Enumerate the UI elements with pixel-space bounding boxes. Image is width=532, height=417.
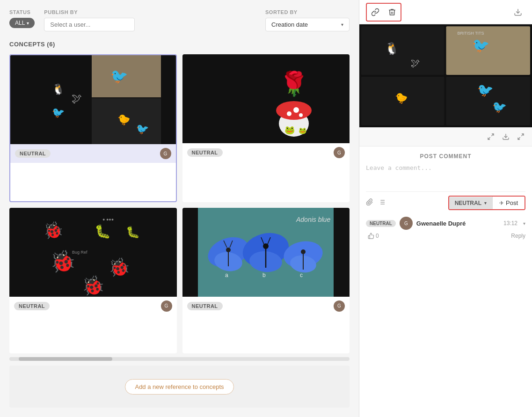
reply-button[interactable]: Reply — [511, 233, 525, 239]
svg-line-62 — [491, 134, 494, 136]
link-icon — [371, 8, 379, 16]
left-panel: STATUS ALL ▾ PUBLISH BY SORTED BY Creati… — [0, 0, 359, 417]
status-all-button[interactable]: ALL ▾ — [9, 18, 35, 28]
concept-card-gnome[interactable]: 🌹 🐸 🐸 NEUTRAL G — [182, 54, 350, 202]
comment-icon-group — [366, 198, 386, 208]
preview-svg: 🐧 🕊 🐦 🐤 🐦 🐦 BRITISH TITS — [359, 24, 532, 127]
gnome-svg: 🌹 🐸 🐸 — [198, 54, 334, 143]
svg-text:🐧: 🐧 — [385, 41, 400, 56]
preview-fullscreen-button[interactable] — [514, 130, 527, 143]
svg-line-63 — [488, 137, 490, 139]
status-badge-gnome: NEUTRAL — [187, 148, 223, 157]
preview-download-button[interactable] — [499, 130, 512, 143]
concepts-section-title: CONCEPTS (6) — [9, 41, 350, 48]
download-button[interactable] — [510, 5, 525, 20]
svg-text:🐦: 🐦 — [51, 106, 65, 119]
user-avatar-gnome: G — [334, 147, 345, 158]
concept-card-ladybugs[interactable]: 🐞 🐛 🐛 🐞 🐞 🐞 ● ●●● Bug Ref NEUTRAL G — [9, 208, 177, 354]
preview-expand-button[interactable] — [484, 130, 497, 143]
neutral-dropdown[interactable]: NEUTRAL ▾ — [449, 197, 492, 209]
concept-card-birds[interactable]: 🐦 🐧 🐦 🕊 🐤 🐦 NEUTRAL G — [9, 54, 177, 202]
send-icon: ✈ — [499, 200, 504, 206]
comment-author: Gwenaelle Dupré — [416, 220, 500, 227]
post-button[interactable]: ✈ Post — [492, 197, 525, 209]
paperclip-icon — [366, 198, 373, 206]
scrollbar-thumb[interactable] — [19, 357, 112, 361]
neutral-label: NEUTRAL — [455, 200, 481, 206]
comment-textarea[interactable] — [366, 164, 525, 188]
post-label: Post — [506, 199, 518, 206]
svg-rect-51 — [361, 26, 445, 75]
thumbs-up-icon — [368, 233, 374, 239]
svg-line-65 — [521, 134, 524, 136]
right-panel: 🐧 🕊 🐦 🐤 🐦 🐦 BRITISH TITS — [359, 0, 532, 417]
sorted-by-control[interactable]: Creation date ▾ — [265, 18, 350, 31]
concept-card-image-gnome: 🌹 🐸 🐸 — [182, 54, 350, 143]
expand-icon — [487, 133, 495, 140]
comment-expand-icon[interactable]: ▾ — [523, 221, 525, 226]
status-filter-group: STATUS ALL ▾ — [9, 9, 35, 28]
card-footer-butterflies: NEUTRAL G — [182, 297, 350, 315]
link-button[interactable] — [368, 5, 383, 20]
comment-time: 13:12 — [503, 220, 517, 227]
svg-point-15 — [293, 107, 299, 113]
sorted-by-label: SORTED BY — [265, 9, 350, 15]
user-avatar-birds: G — [160, 148, 171, 159]
svg-point-14 — [287, 111, 292, 116]
svg-text:🐞: 🐞 — [43, 220, 64, 240]
svg-text:🐞: 🐞 — [108, 256, 130, 278]
svg-text:● ●●●: ● ●●● — [102, 217, 114, 222]
svg-text:Adonis blue: Adonis blue — [296, 216, 330, 223]
delete-button[interactable] — [385, 5, 400, 20]
status-badge-ladybugs: NEUTRAL — [14, 302, 50, 310]
ladybugs-svg: 🐞 🐛 🐛 🐞 🐞 🐞 ● ●●● Bug Ref — [25, 208, 161, 297]
status-control: ALL ▾ — [9, 18, 35, 28]
user-avatar-butterflies: G — [334, 300, 345, 312]
list-button[interactable] — [378, 198, 386, 208]
svg-text:🐛: 🐛 — [94, 224, 110, 239]
comment-actions: NEUTRAL ▾ ✈ Post — [366, 191, 525, 210]
post-comment-title: POST COMMENT — [366, 153, 525, 160]
concept-card-butterflies[interactable]: Adonis blue a — [182, 208, 350, 354]
birds-svg: 🐦 🐧 🐦 🕊 🐤 🐦 — [25, 55, 161, 144]
neutral-chevron-icon: ▾ — [484, 201, 487, 205]
svg-text:🐦: 🐦 — [110, 68, 128, 85]
add-reference-area: Add a new reference to concepts — [9, 366, 350, 408]
svg-line-66 — [518, 137, 520, 139]
comment-avatar: G — [400, 217, 413, 230]
status-label: STATUS — [9, 9, 35, 15]
svg-point-33 — [226, 248, 231, 252]
card-footer-gnome: NEUTRAL G — [182, 143, 350, 162]
concept-card-image-ladybugs: 🐞 🐛 🐛 🐞 🐞 🐞 ● ●●● Bug Ref — [9, 208, 177, 297]
publish-by-filter-group: PUBLISH BY — [44, 9, 135, 31]
comment-section: POST COMMENT — [359, 146, 532, 417]
add-reference-button[interactable]: Add a new reference to concepts — [125, 379, 233, 395]
list-icon — [378, 198, 386, 206]
svg-text:🐤: 🐤 — [117, 113, 130, 126]
svg-point-16 — [299, 113, 303, 117]
svg-text:🌹: 🌹 — [279, 70, 309, 98]
sorted-by-filter-group: SORTED BY Creation date ▾ — [265, 9, 350, 31]
comment-status-badge: NEUTRAL — [366, 220, 396, 227]
concepts-grid: 🐦 🐧 🐦 🕊 🐤 🐦 NEUTRAL G — [9, 54, 350, 353]
comment-list: NEUTRAL G Gwenaelle Dupré 13:12 ▾ 0 Repl… — [366, 217, 525, 239]
comment-item: NEUTRAL G Gwenaelle Dupré 13:12 ▾ 0 Repl… — [366, 217, 525, 239]
status-badge-butterflies: NEUTRAL — [187, 302, 223, 310]
status-all-label: ALL — [15, 20, 25, 26]
concept-card-image-birds: 🐦 🐧 🐦 🕊 🐤 🐦 — [10, 55, 176, 144]
like-button[interactable]: 0 — [368, 233, 379, 239]
svg-text:🐞: 🐞 — [81, 274, 105, 297]
sorted-by-chevron-icon: ▾ — [341, 22, 343, 27]
concept-card-image-butterflies: Adonis blue a — [182, 208, 350, 297]
horizontal-scrollbar[interactable] — [9, 357, 350, 361]
publish-by-label: PUBLISH BY — [44, 9, 135, 15]
svg-text:🐸: 🐸 — [284, 125, 295, 135]
publish-by-input[interactable] — [44, 18, 135, 31]
svg-text:🐦: 🐦 — [477, 82, 494, 98]
right-toolbar — [359, 0, 532, 24]
filters-row: STATUS ALL ▾ PUBLISH BY SORTED BY Creati… — [9, 9, 350, 31]
card-footer-birds: NEUTRAL G — [10, 144, 176, 163]
like-count: 0 — [376, 233, 379, 239]
attachment-button[interactable] — [366, 198, 373, 208]
card-footer-ladybugs: NEUTRAL G — [9, 297, 177, 315]
